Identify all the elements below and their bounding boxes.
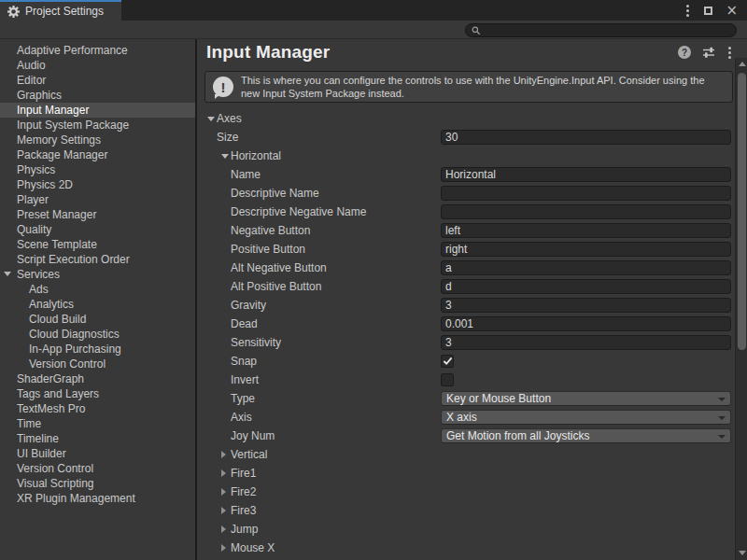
- close-button[interactable]: ×: [726, 4, 738, 18]
- axis-dropdown[interactable]: X axis: [441, 410, 731, 425]
- presets-icon[interactable]: [702, 47, 715, 58]
- row-label-axes[interactable]: Axes: [217, 109, 242, 128]
- sidebar-item-cloud-diagnostics[interactable]: Cloud Diagnostics: [0, 327, 195, 342]
- scroll-up-icon[interactable]: [736, 58, 747, 69]
- sidebar-item-adaptive-performance[interactable]: Adaptive Performance: [0, 43, 195, 58]
- snap-checkbox[interactable]: [441, 355, 454, 368]
- row-label-horizontal[interactable]: Horizontal: [231, 147, 281, 165]
- row-label-fire2[interactable]: Fire2: [231, 483, 256, 501]
- sidebar-item-label: XR Plugin Management: [17, 492, 135, 505]
- tab-bar: Project Settings ×: [0, 0, 747, 21]
- sidebar-item-preset-manager[interactable]: Preset Manager: [0, 207, 195, 222]
- page-title: Input Manager: [206, 42, 330, 63]
- tab-title: Project Settings: [25, 5, 104, 18]
- dead-input[interactable]: [441, 316, 731, 331]
- sidebar-item-graphics[interactable]: Graphics: [0, 88, 195, 103]
- sidebar-item-audio[interactable]: Audio: [0, 58, 195, 73]
- size-input[interactable]: [441, 130, 731, 145]
- tab-project-settings[interactable]: Project Settings: [0, 0, 121, 21]
- chevron-down-icon: [718, 398, 726, 401]
- sidebar-item-version-control[interactable]: Version Control: [0, 357, 195, 371]
- sidebar-item-quality[interactable]: Quality: [0, 222, 195, 237]
- foldout-closed-icon[interactable]: [221, 469, 226, 477]
- descriptive-negative-name-input[interactable]: [441, 204, 731, 219]
- sidebar-item-in-app-purchasing[interactable]: In-App Purchasing: [0, 342, 195, 357]
- foldout-open-icon[interactable]: [4, 272, 11, 276]
- sidebar-item-services[interactable]: Services: [0, 267, 195, 282]
- sidebar-item-time[interactable]: Time: [0, 416, 195, 431]
- foldout-closed-icon[interactable]: [221, 507, 226, 514]
- sidebar-item-cloud-build[interactable]: Cloud Build: [0, 312, 195, 327]
- row-label-mouse-x[interactable]: Mouse X: [231, 539, 275, 557]
- sidebar-item-shadergraph[interactable]: ShaderGraph: [0, 371, 195, 386]
- sidebar-item-player[interactable]: Player: [0, 192, 195, 207]
- maximize-button[interactable]: [704, 7, 712, 15]
- sidebar-item-textmesh-pro[interactable]: TextMesh Pro: [0, 401, 195, 416]
- row-positive-button: Positive Button: [197, 240, 734, 259]
- sidebar-item-editor[interactable]: Editor: [0, 73, 195, 88]
- sidebar-item-script-execution-order[interactable]: Script Execution Order: [0, 252, 195, 267]
- foldout-closed-icon[interactable]: [221, 544, 226, 552]
- sidebar-item-label: Tags and Layers: [17, 387, 99, 400]
- sidebar-item-ui-builder[interactable]: UI Builder: [0, 446, 195, 461]
- sidebar-item-label: Cloud Build: [29, 313, 86, 326]
- negative-button-input[interactable]: [441, 223, 731, 238]
- sidebar-item-visual-scripting[interactable]: Visual Scripting: [0, 476, 195, 491]
- foldout-closed-icon[interactable]: [221, 451, 226, 458]
- sidebar-item-label: Physics: [17, 163, 55, 176]
- sidebar-item-physics[interactable]: Physics: [0, 162, 195, 177]
- info-icon: !: [213, 77, 233, 97]
- row-label-fire1[interactable]: Fire1: [231, 464, 256, 483]
- sidebar-item-label: Adaptive Performance: [17, 44, 128, 57]
- sidebar-item-label: Timeline: [17, 432, 59, 445]
- sidebar-item-tags-and-layers[interactable]: Tags and Layers: [0, 386, 195, 401]
- sidebar-item-scene-template[interactable]: Scene Template: [0, 237, 195, 252]
- vertical-scrollbar[interactable]: [735, 58, 747, 560]
- row-label-vertical[interactable]: Vertical: [231, 445, 267, 464]
- sidebar-item-physics-2d[interactable]: Physics 2D: [0, 177, 195, 192]
- foldout-closed-icon[interactable]: [221, 488, 226, 496]
- name-input[interactable]: [441, 167, 731, 182]
- search-input[interactable]: [481, 25, 730, 36]
- alt-positive-button-input[interactable]: [441, 279, 731, 294]
- sidebar-item-version-control[interactable]: Version Control: [0, 461, 195, 476]
- gravity-input[interactable]: [441, 298, 731, 313]
- foldout-open-icon[interactable]: [207, 117, 215, 121]
- type-dropdown[interactable]: Key or Mouse Button: [441, 391, 731, 406]
- sidebar-item-ads[interactable]: Ads: [0, 282, 195, 297]
- sidebar-item-xr-plugin-management[interactable]: XR Plugin Management: [0, 491, 195, 506]
- sidebar-item-input-manager[interactable]: Input Manager: [0, 103, 195, 118]
- sidebar-item-input-system-package[interactable]: Input System Package: [0, 118, 195, 133]
- joy-num-dropdown[interactable]: Get Motion from all Joysticks: [441, 428, 731, 443]
- gear-icon: [7, 6, 20, 18]
- scrollbar-thumb[interactable]: [738, 73, 746, 350]
- chevron-down-icon: [718, 435, 726, 439]
- positive-button-input[interactable]: [441, 242, 731, 257]
- sidebar-item-label: Physics 2D: [17, 178, 73, 191]
- row-fire2: Fire2: [197, 483, 734, 501]
- window-menu-button[interactable]: [684, 3, 691, 19]
- sidebar-item-package-manager[interactable]: Package Manager: [0, 147, 195, 162]
- row-label-snap: Snap: [231, 352, 257, 371]
- sidebar-item-memory-settings[interactable]: Memory Settings: [0, 133, 195, 147]
- foldout-open-icon[interactable]: [221, 154, 229, 159]
- more-menu-icon[interactable]: [726, 45, 733, 61]
- search-box[interactable]: [465, 23, 737, 37]
- row-size: Size: [197, 128, 734, 147]
- invert-checkbox[interactable]: [441, 373, 454, 386]
- row-joy-num: Joy NumGet Motion from all Joysticks: [197, 427, 734, 445]
- scroll-down-icon[interactable]: [736, 547, 747, 558]
- foldout-closed-icon[interactable]: [221, 525, 226, 533]
- row-mouse-x: Mouse X: [197, 539, 734, 557]
- row-label-fire3[interactable]: Fire3: [231, 501, 256, 520]
- help-icon[interactable]: ?: [678, 46, 691, 59]
- sidebar-item-timeline[interactable]: Timeline: [0, 431, 195, 446]
- row-name: Name: [197, 165, 734, 184]
- dropdown-value: X axis: [446, 411, 477, 424]
- row-label-alt-negative-button: Alt Negative Button: [231, 259, 327, 277]
- row-label-jump[interactable]: Jump: [231, 520, 258, 539]
- sensitivity-input[interactable]: [441, 335, 731, 350]
- sidebar-item-analytics[interactable]: Analytics: [0, 297, 195, 312]
- descriptive-name-input[interactable]: [441, 186, 731, 201]
- alt-negative-button-input[interactable]: [441, 260, 731, 275]
